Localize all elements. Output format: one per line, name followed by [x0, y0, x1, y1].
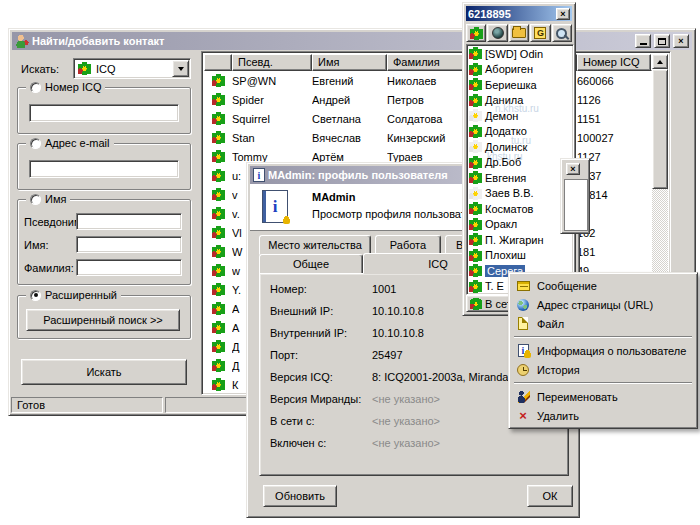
name-radio[interactable]	[30, 194, 41, 205]
menu-separator	[514, 336, 692, 338]
status-text: Готов	[11, 397, 163, 413]
field-label: Внешний IP:	[270, 305, 333, 317]
find-user-button[interactable]	[552, 24, 572, 42]
menu-item-url[interactable]: Адрес страницы (URL)	[512, 295, 694, 314]
column-header-firstname[interactable]: Имя	[312, 54, 387, 71]
contact-item[interactable]: Заев В.В.	[467, 186, 573, 202]
menu-item-file[interactable]: Файл	[512, 314, 694, 333]
globe-icon	[517, 299, 529, 311]
icq-status-icon	[212, 226, 225, 239]
contact-item[interactable]: П. Жигарин	[467, 232, 573, 248]
lastname-label: Фамилия:	[24, 262, 74, 274]
column-header-nick[interactable]: Псевд.	[232, 54, 312, 71]
contact-item[interactable]: Долинск	[467, 139, 573, 155]
madmin-icon: i	[253, 168, 265, 182]
advanced-search-button[interactable]: Расширенный поиск >>	[26, 309, 180, 331]
contact-list-window: 6218895 × G n.khstu.ru tu.ru khstu.ru [S…	[462, 2, 576, 316]
contact-item[interactable]: Евгения	[467, 170, 573, 186]
maximize-button[interactable]	[654, 34, 670, 48]
icq-number-input[interactable]	[29, 104, 179, 122]
email-radio[interactable]	[30, 138, 41, 149]
icq-number-label: Номер ICQ	[45, 81, 101, 93]
menu-item-message[interactable]: Сообщение	[512, 276, 694, 295]
online-flower-icon	[469, 202, 482, 215]
icq-status-icon	[212, 283, 225, 296]
madmin-large-icon: i	[262, 190, 288, 223]
contact-item[interactable]: Др.Боб	[467, 155, 573, 171]
contact-item[interactable]: Плохиш	[467, 248, 573, 264]
icq-number-radio[interactable]	[30, 82, 41, 93]
column-header-icq[interactable]: Номер ICQ	[577, 54, 651, 71]
contact-list-toolbar: G	[466, 23, 572, 43]
result-row[interactable]: StanВячеславКинзерский100027	[204, 128, 652, 147]
firstname-input[interactable]	[76, 236, 182, 253]
field-value: 8: ICQ2001-2003a, Miranda	[372, 371, 508, 383]
profile-app-name: MAdmin	[312, 191, 355, 203]
online-flower-icon	[469, 47, 482, 60]
contact-item[interactable]: Оракл	[467, 217, 573, 233]
field-label: Порт:	[270, 349, 298, 361]
icq-status-icon	[212, 378, 225, 391]
result-row[interactable]: SpiderАндрейПетров1126	[204, 90, 652, 109]
result-row[interactable]: SquirrelСветланаСолдатова1151	[204, 109, 652, 128]
online-flower-icon	[469, 171, 482, 184]
column-header-icon[interactable]	[204, 54, 232, 71]
close-button[interactable]: ×	[673, 34, 689, 48]
menu-item-user-info[interactable]: i Информация о пользователе	[512, 341, 694, 360]
contact-item[interactable]: Косматов	[467, 201, 573, 217]
visibility-button[interactable]	[487, 24, 507, 42]
scroll-up-button[interactable]	[652, 54, 668, 69]
field-value: 10.10.10.8	[372, 305, 424, 317]
field-label: Версия Миранды:	[270, 393, 361, 405]
offline-flower-icon	[469, 140, 482, 153]
refresh-button[interactable]: Обновить	[263, 485, 337, 507]
tab-work[interactable]: Работа	[375, 235, 441, 255]
contact-list: n.khstu.ru tu.ru khstu.ru [SWD] Odin Або…	[466, 44, 574, 295]
tab-general[interactable]: Общее	[259, 254, 363, 274]
minimize-button[interactable]	[635, 34, 651, 48]
delete-icon: ×	[519, 409, 527, 422]
field-label: Включен с:	[270, 437, 326, 449]
scroll-thumb[interactable]	[652, 69, 668, 189]
window-title: Найти/добавить контакт	[32, 35, 165, 47]
profile-window-title: MAdmin: профиль пользователя	[268, 169, 448, 181]
email-input[interactable]	[29, 160, 179, 178]
search-button[interactable]: Искать	[21, 359, 187, 385]
maximize-icon	[658, 38, 666, 45]
nickname-input[interactable]	[76, 213, 182, 230]
user-info-icon: i	[518, 344, 529, 357]
hidden-window-close-button[interactable]: ×	[566, 163, 580, 175]
ok-button[interactable]: ОК	[527, 485, 573, 507]
online-flower-icon	[469, 94, 482, 107]
groups-button[interactable]	[509, 24, 529, 42]
online-flower-icon	[469, 156, 482, 169]
history-icon	[517, 364, 529, 376]
menu-item-delete[interactable]: × Удалить	[512, 406, 694, 425]
result-row[interactable]: SP@WNЕвгенийНиколаев660066	[204, 71, 652, 90]
file-icon	[518, 317, 528, 330]
icq-status-icon	[212, 264, 225, 277]
protocol-combobox[interactable]: ICQ	[73, 58, 191, 79]
title-bar[interactable]: Найти/добавить контакт ×	[12, 32, 692, 50]
contact-item[interactable]: Демон	[467, 108, 573, 124]
combobox-dropdown-button[interactable]	[172, 60, 189, 77]
contact-item[interactable]: Додатко	[467, 124, 573, 140]
contact-item[interactable]: [SWD] Odin	[467, 46, 573, 62]
icq-status-icon	[212, 321, 225, 334]
contact-list-close-button[interactable]: ×	[556, 8, 570, 20]
field-label: Номер:	[270, 283, 307, 295]
g-button[interactable]: G	[530, 24, 550, 42]
menu-item-rename[interactable]: Переименовать	[512, 387, 694, 406]
contact-item[interactable]: Данила	[467, 93, 573, 109]
contact-item[interactable]: Абориген	[467, 62, 573, 78]
tab-home[interactable]: Место жительства	[259, 235, 371, 255]
menu-item-history[interactable]: История	[512, 360, 694, 379]
online-flower-icon	[469, 78, 482, 91]
online-status-icon	[470, 298, 482, 310]
advanced-radio[interactable]	[30, 290, 41, 301]
contact-list-title-bar[interactable]: 6218895 ×	[466, 6, 572, 21]
contact-item[interactable]: Бериешка	[467, 77, 573, 93]
arrow-up-icon	[657, 57, 663, 64]
lastname-input[interactable]	[76, 259, 182, 276]
status-flower-button[interactable]	[466, 24, 486, 42]
